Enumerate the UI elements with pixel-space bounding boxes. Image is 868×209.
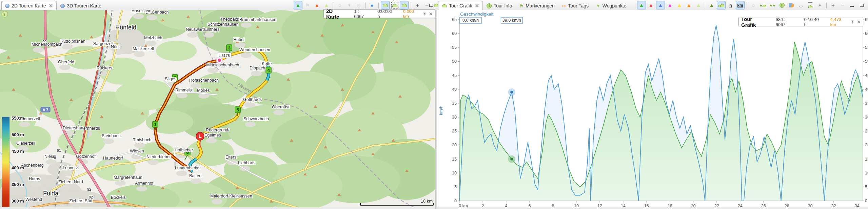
- town-label: Neuswarts: [186, 27, 206, 32]
- profile-overview-button[interactable]: [381, 1, 390, 9]
- marker-range-icon: ⚑⚑: [769, 3, 775, 8]
- zoom-out-icon: −: [841, 2, 844, 8]
- track-symbol-green-button[interactable]: ▲: [294, 1, 302, 9]
- chart-overlay-settings-icon[interactable]: ☀: [850, 19, 854, 25]
- scalebar-label: 10 km: [421, 198, 433, 204]
- tour-graph-canvas[interactable]: 0055101015152020252530303535404045455050…: [437, 10, 868, 209]
- zoom-in-button[interactable]: +: [829, 1, 837, 9]
- track-symbol-red-button[interactable]: ▲: [313, 1, 321, 9]
- y-tick-label-right: 45: [865, 73, 868, 78]
- tab-2d-touren-karte[interactable]: 2D Touren Karte✕: [1, 1, 57, 10]
- y-tick-label-right: 15: [865, 157, 868, 162]
- tab-close-icon[interactable]: ✕: [475, 3, 479, 9]
- marker-single-button[interactable]: ⚑: [758, 1, 767, 9]
- map-panel-window-buttons: [427, 1, 435, 9]
- tab-close-icon[interactable]: ✕: [49, 3, 53, 9]
- town-label: Niesig: [44, 154, 56, 159]
- map-overlay-titlebar: 2D Karte 1 : 6067 0:00:00 h 0,000 km ☀ ×: [323, 9, 435, 18]
- tour-tab-bar: Tour Grafik✕iTour Info⚑Markierungen●●Tou…: [438, 1, 630, 10]
- town-label: Langenbieber: [175, 166, 201, 170]
- maximize-panel-button[interactable]: [427, 1, 435, 9]
- town-label: Lehnerz: [63, 165, 78, 170]
- tab-markierungen[interactable]: ⚑Markierungen: [516, 1, 558, 10]
- chart-overlay-close-icon[interactable]: ×: [857, 19, 861, 25]
- series-pale-icon: ▲: [696, 3, 701, 8]
- legend-label: 500 m: [12, 132, 24, 137]
- y-tick-label: 30: [452, 115, 457, 120]
- y-tick-label-right: 35: [865, 101, 868, 106]
- arrow-icon: ↔: [402, 1, 407, 4]
- chart-settings-icon: ☀: [817, 3, 822, 8]
- profile-select-button[interactable]: [390, 1, 399, 9]
- baseline-toggle-button[interactable]: [806, 1, 815, 9]
- series-pale-button[interactable]: ▲: [694, 1, 703, 9]
- y-tick-label: 10: [452, 171, 457, 175]
- series-red-button[interactable]: ▲: [647, 1, 655, 9]
- tour-graph-panel: 0055101015152020252530303535404045455050…: [437, 10, 868, 209]
- chart-scale-ratio: 630 : 6067: [775, 17, 795, 27]
- series-orange-icon: ▲: [686, 3, 692, 8]
- series-red-icon: ▲: [648, 3, 654, 8]
- tab-label: Tour Grafik: [449, 3, 472, 8]
- series-blue-icon: ▲: [658, 3, 663, 8]
- y-tick-label: 20: [452, 143, 457, 147]
- tab-wegpunkte[interactable]: ▼Wegpunkte: [592, 1, 630, 10]
- town-label: Aschenberg: [21, 163, 44, 168]
- maximize-window-button[interactable]: [857, 1, 866, 9]
- town-label: Rudolphshan: [60, 39, 85, 44]
- profile-mode-button[interactable]: [717, 1, 726, 9]
- poi-star-tool-button[interactable]: ★: [368, 1, 376, 9]
- town-label: Dietershan: [63, 126, 83, 130]
- legend-label: 350 m: [12, 182, 24, 187]
- series-orange-button[interactable]: ▲: [685, 1, 693, 9]
- tab-tour-info[interactable]: iTour Info: [483, 1, 516, 10]
- series-yellow-button[interactable]: ▲: [675, 1, 684, 9]
- select-circle-button: ○: [749, 1, 758, 9]
- dome-icon: [392, 4, 397, 7]
- select-region-tool-button: ◎: [354, 1, 363, 9]
- panel-bottom-edge: [437, 207, 868, 209]
- map-overlay-close-icon[interactable]: ×: [429, 11, 433, 17]
- city-label: Fulda: [43, 190, 59, 197]
- y-tick-label: 65: [452, 17, 457, 22]
- series-blue-button[interactable]: ▲: [656, 1, 665, 9]
- x-axis-time-button[interactable]: h: [726, 1, 735, 9]
- town-label: Oberfeld: [58, 60, 74, 64]
- cursor-value-box-start: 0,0 km/h: [460, 17, 481, 23]
- y-tick-label: 50: [452, 59, 457, 64]
- waypoint-number: 1: [154, 122, 156, 127]
- town-label: Hofbieber: [175, 148, 193, 152]
- toolbar-separator: [747, 2, 747, 8]
- map-scale-ratio: 1 : 6067: [354, 9, 369, 19]
- series-magenta-button[interactable]: ▲: [666, 1, 674, 9]
- zoom-in-button[interactable]: +: [413, 1, 422, 9]
- town-label: Egelmes: [204, 133, 221, 138]
- tab-3d-touren-karte[interactable]: 3D Touren Karte: [57, 1, 105, 10]
- town-label: Malerdorf Kleinsassen: [210, 194, 252, 198]
- tab-tour-grafik[interactable]: Tour Grafik✕: [438, 1, 483, 10]
- junction-ref: 91: [57, 148, 61, 152]
- tab-tour-tags[interactable]: ●●Tour Tags: [558, 1, 592, 10]
- cursor-value-box-text: 39,0 km/h: [502, 18, 521, 23]
- minimize-window-button[interactable]: [848, 1, 856, 9]
- x-axis-distance-button[interactable]: km: [736, 1, 745, 9]
- series-olive-button[interactable]: ▲: [707, 1, 716, 9]
- smooth-curve-button[interactable]: ◡: [796, 1, 805, 9]
- map-info-button[interactable]: i: [2, 11, 8, 17]
- series-green-icon: ▲: [639, 3, 644, 8]
- profile-fit-width-button[interactable]: ↔: [400, 1, 409, 9]
- map-tab-bar: 2D Touren Karte✕3D Touren Karte: [1, 1, 105, 10]
- series-green-button[interactable]: ▲: [637, 1, 646, 9]
- baseline-toggle-icon: [808, 2, 812, 8]
- info-toggle-icon: i: [780, 3, 785, 8]
- info-toggle-button[interactable]: i: [777, 1, 786, 9]
- marker-range-button[interactable]: ⚑⚑: [768, 1, 777, 9]
- town-label: Rückers: [97, 66, 112, 70]
- color-style-button[interactable]: [787, 1, 796, 9]
- map-overlay-settings-icon[interactable]: ☀: [422, 11, 427, 17]
- chart-time-value: 0:10:40 h: [804, 17, 822, 27]
- profile-overview-icon: [383, 4, 388, 7]
- chart-settings-button[interactable]: ☀: [815, 1, 824, 9]
- town-label: Westend: [25, 197, 42, 202]
- map-canvas[interactable]: Hessen123456LA 7L 317590919292Großenbach…: [0, 10, 435, 209]
